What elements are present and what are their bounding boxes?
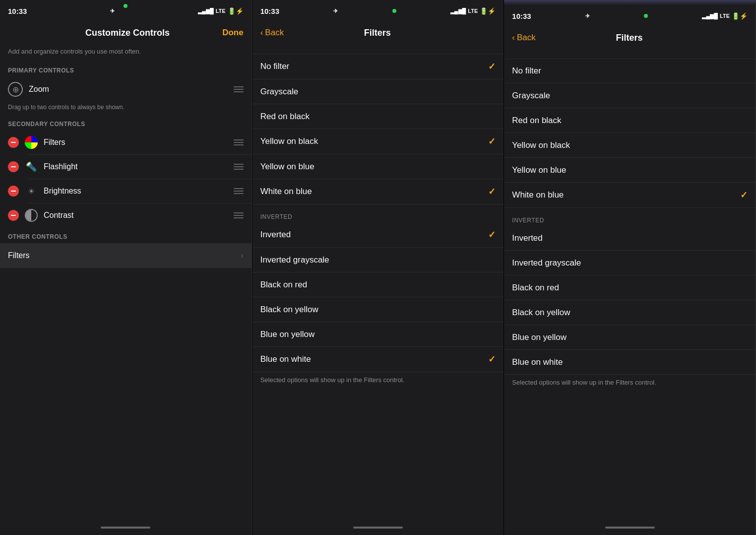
contrast-fill	[26, 210, 31, 221]
flashlight-control-item: 🔦 Flashlight	[0, 155, 252, 179]
filter-item-red-on-black-r[interactable]: Red on black	[504, 108, 756, 133]
green-dot-middle	[392, 9, 396, 13]
filter-item-black-on-yellow-m[interactable]: Black on yellow	[252, 297, 504, 322]
zoom-icon: ⊕	[8, 82, 23, 97]
filter-item-blue-on-white-r[interactable]: Blue on white	[504, 350, 756, 375]
filter-grid-y	[31, 142, 38, 149]
brightness-drag-handle[interactable]	[234, 188, 244, 194]
location-icon-right: ✈	[585, 13, 590, 19]
zoom-label: Zoom	[29, 85, 228, 94]
left-panel: 10:33 ✈ ▂▄▆█ LTE 🔋⚡ Customize Controls D…	[0, 0, 252, 535]
filter-item-blue-on-yellow-m[interactable]: Blue on yellow	[252, 322, 504, 347]
signal-icon-left: ▂▄▆█	[198, 8, 214, 14]
filter-item-no-filter-r[interactable]: No filter	[504, 59, 756, 83]
filter-label-blow-m: Blue on white	[260, 354, 311, 364]
carrier-left: LTE	[216, 8, 226, 14]
filter-item-yellow-on-blue-m[interactable]: Yellow on blue	[252, 154, 504, 179]
filters-other-item[interactable]: Filters ›	[0, 243, 252, 268]
filter-list-middle: No filter ✓ Grayscale Red on black Yello…	[252, 54, 504, 388]
home-bar-left	[101, 527, 150, 529]
filter-item-black-on-red-r[interactable]: Black on red	[504, 275, 756, 300]
filter-label-boy-r: Black on yellow	[512, 308, 570, 318]
checkmark-no-filter-m: ✓	[488, 61, 496, 72]
filter-item-white-on-blue-r[interactable]: White on blue ✓	[504, 183, 756, 208]
filter-label-bor-r: Black on red	[512, 283, 559, 293]
filter-label-bor-m: Black on red	[260, 280, 308, 290]
filters-drag-handle[interactable]	[234, 139, 244, 145]
filter-label-invgs-r: Inverted grayscale	[512, 258, 581, 268]
secondary-controls-header: SECONDARY CONTROLS	[0, 115, 252, 131]
filter-item-white-on-blue-m[interactable]: White on blue ✓	[252, 179, 504, 204]
nav-bar-middle: ‹ Back Filters	[252, 20, 504, 46]
contrast-drag-handle[interactable]	[234, 212, 244, 218]
filter-label-boy-m: Black on yellow	[260, 305, 318, 315]
filter-label-rob-r: Red on black	[512, 116, 561, 126]
status-icons-middle: ▂▄▆█ LTE 🔋⚡	[450, 7, 496, 15]
filter-group-1-right: No filter Grayscale Red on black Yellow …	[504, 59, 756, 208]
contrast-control-item: Contrast	[0, 203, 252, 227]
done-button-left[interactable]: Done	[222, 28, 244, 38]
filter-item-black-on-yellow-r[interactable]: Black on yellow	[504, 300, 756, 325]
filter-label-bloy-m: Blue on yellow	[260, 330, 315, 339]
filter-grid-g	[25, 142, 31, 149]
zoom-magnifier: ⊕	[12, 85, 19, 94]
back-button-right[interactable]: ‹ Back	[512, 33, 535, 43]
filter-list-right: No filter Grayscale Red on black Yellow …	[504, 59, 756, 390]
middle-panel: 10:33 ✈ ▂▄▆█ LTE 🔋⚡ ‹ Back Filters No fi…	[252, 0, 504, 535]
filter-grid-b	[31, 136, 38, 142]
filter-item-black-on-red-m[interactable]: Black on red	[252, 272, 504, 297]
time-middle: 10:33	[260, 7, 279, 15]
filter-item-grayscale-m[interactable]: Grayscale	[252, 79, 504, 104]
filter-item-inverted-m[interactable]: Inverted ✓	[252, 222, 504, 248]
chevron-right-icon: ›	[241, 251, 243, 260]
other-controls-header: OTHER CONTROLS	[0, 227, 252, 243]
filter-item-inverted-r[interactable]: Inverted	[504, 226, 756, 251]
filter-footer-right: Selected options will show up in the Fil…	[504, 375, 756, 390]
filter-label-inverted-m: Inverted	[260, 230, 291, 240]
status-bar-right: 10:33 ✈ ▂▄▆█ LTE 🔋⚡	[504, 5, 756, 25]
filter-item-yellow-on-black-m[interactable]: Yellow on black ✓	[252, 129, 504, 154]
home-bar-right	[605, 527, 655, 529]
filter-group-inverted-right: INVERTED Inverted Inverted grayscale Bla…	[504, 212, 756, 375]
filter-item-inv-grayscale-m[interactable]: Inverted grayscale	[252, 248, 504, 272]
filter-item-blue-on-yellow-r[interactable]: Blue on yellow	[504, 325, 756, 350]
contrast-icon	[25, 209, 38, 222]
zoom-drag-handle[interactable]	[234, 86, 244, 92]
zoom-control-item: ⊕ Zoom	[0, 77, 252, 102]
brightness-icon: ☀	[25, 185, 38, 198]
filters-control-item: Filters	[0, 131, 252, 154]
back-button-middle[interactable]: ‹ Back	[260, 28, 284, 38]
sun-glyph: ☀	[28, 187, 35, 196]
time-left: 10:33	[8, 7, 27, 15]
filter-label-grayscale-r: Grayscale	[512, 91, 550, 101]
filter-item-blue-on-white-m[interactable]: Blue on white ✓	[252, 347, 504, 372]
green-dot-right	[644, 14, 648, 18]
home-bar-middle	[353, 527, 403, 529]
green-dot-left	[124, 4, 127, 8]
home-indicator-right	[504, 520, 756, 535]
nav-bar-right: ‹ Back Filters	[504, 25, 756, 51]
nav-title-right: Filters	[616, 33, 642, 43]
filter-item-red-on-black-m[interactable]: Red on black	[252, 104, 504, 129]
filter-item-no-filter-m[interactable]: No filter ✓	[252, 54, 504, 79]
contrast-label: Contrast	[44, 211, 228, 220]
filter-footer-middle: Selected options will show up in the Fil…	[252, 372, 504, 388]
time-right: 10:33	[512, 12, 531, 20]
filters-minus-btn[interactable]	[8, 137, 19, 148]
inverted-header-right: INVERTED	[504, 212, 756, 226]
carrier-middle: LTE	[468, 8, 478, 14]
filter-label-yoblue-m: Yellow on blue	[260, 162, 315, 172]
brightness-minus-btn[interactable]	[8, 186, 19, 197]
filter-item-grayscale-r[interactable]: Grayscale	[504, 83, 756, 108]
nav-title-middle: Filters	[364, 28, 391, 38]
checkmark-yob-m: ✓	[488, 136, 496, 147]
filter-item-inv-grayscale-r[interactable]: Inverted grayscale	[504, 251, 756, 275]
flashlight-drag-handle[interactable]	[234, 164, 244, 170]
filter-label-grayscale-m: Grayscale	[260, 87, 299, 97]
signal-icon-right: ▂▄▆█	[702, 13, 718, 19]
filter-label-no-filter-r: No filter	[512, 66, 541, 76]
filter-item-yellow-on-black-r[interactable]: Yellow on black	[504, 133, 756, 158]
filter-item-yellow-on-blue-r[interactable]: Yellow on blue	[504, 158, 756, 183]
contrast-minus-btn[interactable]	[8, 210, 19, 221]
flashlight-minus-btn[interactable]	[8, 161, 19, 172]
